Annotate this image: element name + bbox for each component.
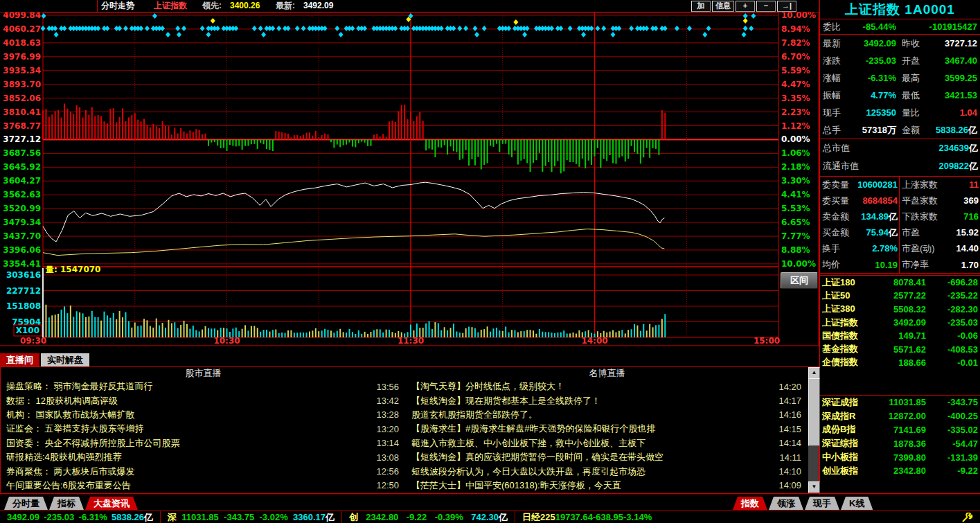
news-item[interactable]: 【短线淘金】真的应该把期货暂停一段时间，确实是在带头做空14:11 (406, 450, 808, 464)
price-axis-label: 3935.34 (3, 66, 41, 76)
index-row[interactable]: 创业板指2342.80-9.22 (820, 464, 980, 478)
momentum-bar-down (229, 139, 231, 145)
news-time: 12:50 (363, 480, 406, 490)
momentum-bar-down (502, 139, 504, 143)
volume-bar (168, 320, 169, 337)
zoom-in-button[interactable]: + (736, 1, 755, 12)
momentum-bar-up (91, 107, 93, 140)
index-row[interactable]: 深证成指11031.85-343.75 (820, 396, 980, 409)
tab-指标[interactable]: 指标 (49, 497, 84, 510)
news-item[interactable]: 操盘策略： 弱市淘金最好反其道而行13:56 (1, 380, 406, 393)
news-item[interactable]: 【股海求生】#股海求生解盘#昨天强势的保险和银行个股也排14:15 (406, 422, 808, 436)
news-item[interactable]: 证监会： 五举措支持大股东等增持13:20 (1, 422, 406, 436)
percent-axis-label: 1.12% (781, 121, 810, 131)
volume-bar (640, 331, 641, 337)
stats-left-column: 委卖量10600281委买量8684854卖金额134.89亿买金额75.94亿… (820, 177, 900, 273)
news-item[interactable]: 股道玄机股指期货全部跌停了。14:16 (406, 408, 808, 422)
stat-label: 卖金额 (820, 211, 849, 223)
momentum-bar-down (594, 139, 596, 156)
index-row[interactable]: 深成指R12872.00-400.25 (820, 409, 980, 423)
news-item[interactable]: 数据： 12股获机构调高评级13:42 (1, 393, 406, 407)
index-row[interactable]: 深证综指1878.36-54.47 (820, 436, 980, 450)
tab-现手[interactable]: 现手 (805, 497, 839, 510)
news-item[interactable]: 短线波段分析认为，今日大盘以大跌开盘，再度引起市场恐14:10 (406, 464, 808, 478)
news-item[interactable]: 券商聚焦： 两大板块后市或爆发12:56 (1, 464, 406, 478)
volume-bar (530, 330, 531, 337)
cap-label: 流通市值 (820, 160, 878, 172)
volume-bar (156, 319, 157, 337)
index-change: -400.25 (926, 411, 980, 421)
news-item[interactable]: 午间重要公告:6股发布重要公告12:50 (1, 479, 406, 493)
tab-领涨[interactable]: 领涨 (769, 497, 803, 510)
momentum-bar-down (511, 139, 513, 157)
signal-diamond (581, 32, 586, 37)
news-time: 14:15 (765, 424, 808, 434)
quote-label: 涨幅 (820, 72, 850, 85)
panel-bottom-border (819, 493, 980, 494)
tab-大盘资讯[interactable]: 大盘资讯 (85, 497, 138, 510)
momentum-bar-down (474, 139, 476, 165)
volume-bar (548, 332, 549, 337)
add-button[interactable]: 加 (691, 1, 711, 12)
tab-分时量[interactable]: 分时量 (4, 497, 48, 510)
stat-value: 369 (938, 195, 980, 206)
momentum-bar-down (438, 139, 439, 147)
unit-suffix: 万 (887, 125, 896, 135)
volume-bar (333, 333, 335, 337)
index-row[interactable]: 国债指数149.71-0.06 (820, 329, 980, 342)
momentum-bar-up (55, 111, 56, 139)
volume-bar (438, 323, 439, 337)
news-time: 14:10 (765, 466, 808, 477)
signal-diamond (53, 26, 57, 31)
index-row[interactable]: 企债指数188.66-0.01 (820, 356, 980, 369)
momentum-bar-down (220, 139, 222, 148)
info-button[interactable]: 信息 (712, 1, 734, 12)
percent-axis-label: 5.59% (781, 66, 810, 76)
index-name: 上证指数 (820, 317, 876, 329)
news-item[interactable]: 【短线淘金】现在期货都基本上是全线跌停了！14:17 (406, 393, 808, 407)
scroll-right-button[interactable]: →| (777, 1, 796, 12)
news-item[interactable]: 範進入市救主板、中小创业板下挫，救中小创业板、主板下14:14 (406, 436, 808, 450)
quote-label: 开盘 (896, 55, 931, 67)
index-row[interactable]: 基金指数5571.62-408.53 (820, 342, 980, 355)
status-value: 19737.64 (555, 512, 593, 522)
volume-bar (251, 326, 252, 337)
index-row[interactable]: 中小板指7399.80-131.39 (820, 450, 980, 464)
quote-row: 最新3492.09昨收3727.12 (820, 35, 980, 52)
volume-bar (82, 313, 84, 337)
index-value: 8078.41 (876, 277, 926, 287)
index-row[interactable]: 上证指数3492.09-235.03 (820, 316, 980, 329)
news-item[interactable]: 【淘气天尊】分时线低点，级别较大！14:20 (406, 380, 808, 393)
news-item[interactable]: 【茫茫大士】中国平安(601318):昨天涨停板，今天直14:09 (406, 479, 808, 493)
index-row[interactable]: 上证1808078.41-696.28 (820, 276, 980, 289)
price-axis-label: 3727.12 (3, 134, 41, 144)
scroll-thumb[interactable] (808, 378, 820, 446)
live-tab-实时解盘[interactable]: 实时解盘 (41, 353, 89, 366)
news-item[interactable]: 研报精选:4股获机构强烈推荐13:08 (1, 450, 406, 464)
settings-wrench-icon[interactable] (962, 513, 973, 522)
momentum-bar-down (606, 139, 607, 161)
tab-K线[interactable]: K线 (841, 497, 873, 510)
scroll-down-button[interactable]: ▼ (808, 481, 820, 493)
news-item[interactable]: 国资委： 央企不得减持所控股上市公司股票13:14 (1, 436, 406, 450)
tab-指数[interactable]: 指数 (733, 497, 767, 510)
momentum-bar-down (429, 139, 430, 148)
live-tab-直播间[interactable]: 直播间 (0, 353, 39, 366)
index-row[interactable]: 成份B指7141.69-335.02 (820, 423, 980, 437)
zoom-out-button[interactable]: − (756, 1, 776, 12)
signal-diamond (215, 26, 220, 31)
index-row[interactable]: 上证502577.22-235.22 (820, 289, 980, 302)
time-axis-label: 14:00 (581, 336, 607, 346)
stat-label: 委买量 (820, 195, 849, 207)
last-label: 最新: (276, 0, 295, 12)
momentum-bar-down (487, 139, 488, 163)
news-item[interactable]: 机构： 国家队救市战场大幅扩散13:28 (1, 408, 406, 422)
momentum-bar-down (453, 139, 454, 151)
index-row[interactable]: 上证3805508.32-282.30 (820, 303, 980, 316)
volume-bar (318, 331, 319, 337)
range-button[interactable]: 区间 (781, 272, 818, 289)
news-scrollbar[interactable]: ▲ ▼ (808, 367, 819, 493)
intraday-chart[interactable]: 4099.844060.274018.633976.993935.343893.… (0, 12, 819, 346)
momentum-bar-up (410, 112, 411, 140)
scroll-up-button[interactable]: ▲ (808, 367, 820, 379)
